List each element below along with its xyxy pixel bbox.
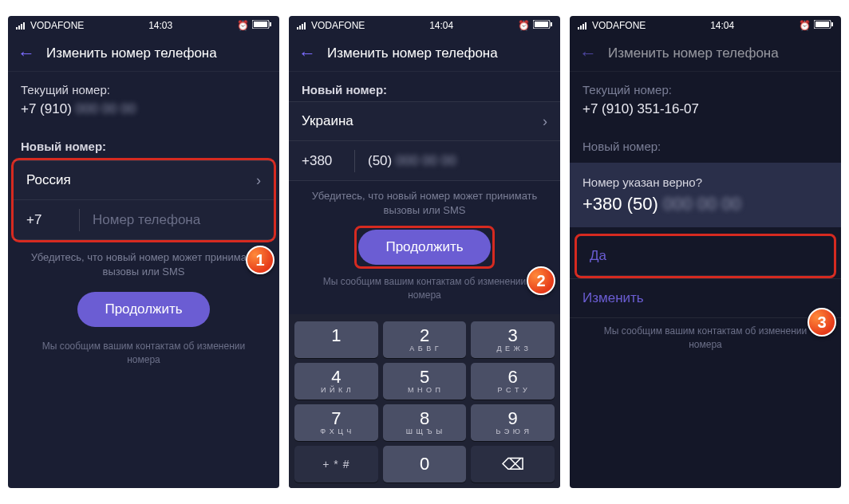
divider	[354, 150, 355, 172]
svg-rect-9	[302, 24, 303, 30]
key-backspace[interactable]: ⌫	[471, 446, 555, 482]
key-9[interactable]: 9Ь Э Ю Я	[471, 404, 555, 441]
svg-rect-2	[21, 24, 22, 30]
back-icon[interactable]: ←	[579, 43, 597, 64]
footer-note: Мы сообщим вашим контактам об изменении …	[289, 269, 560, 309]
battery-icon	[814, 20, 833, 31]
svg-rect-0	[16, 27, 18, 30]
svg-rect-7	[297, 27, 298, 30]
key-0[interactable]: 0	[383, 446, 467, 482]
back-icon[interactable]: ←	[298, 43, 316, 64]
svg-rect-20	[831, 22, 833, 26]
confirm-number: +380 (50) 000 00 00	[582, 194, 828, 215]
svg-rect-13	[551, 22, 552, 26]
svg-rect-3	[23, 22, 25, 30]
svg-rect-14	[578, 27, 579, 30]
key-3[interactable]: 3Д Е Ж З	[471, 321, 555, 358]
signal-icon	[16, 22, 27, 30]
page-title: Изменить номер телефона	[46, 45, 217, 61]
hint-text: Убедитесь, что новый номер может принима…	[289, 181, 560, 226]
hint-text: Убедитесь, что новый номер может принима…	[8, 242, 279, 287]
screen-2: VODAFONE 14:04 ⏰ ← Изменить номер телефо…	[289, 16, 560, 488]
phone-placeholder: Номер телефона	[93, 212, 261, 228]
phone-value: (50) 000 00 00	[368, 153, 456, 169]
battery-icon	[252, 20, 271, 31]
country-selector[interactable]: Украина ›	[289, 101, 560, 141]
page-title: Изменить номер телефона	[608, 45, 779, 61]
yes-button[interactable]: Да	[577, 236, 834, 276]
numeric-keypad: 1 2А Б В Г 3Д Е Ж З 4И Й К Л 5М Н О П 6Р…	[289, 314, 560, 488]
chevron-right-icon: ›	[256, 172, 261, 189]
svg-rect-16	[582, 24, 584, 30]
status-bar: VODAFONE 14:03 ⏰	[8, 16, 279, 35]
step-badge-1: 1	[246, 246, 274, 274]
header: ← Изменить номер телефона	[289, 35, 560, 72]
battery-icon	[533, 20, 552, 31]
confirm-dialog: Номер указан верно? +380 (50) 000 00 00	[570, 163, 841, 227]
page-title: Изменить номер телефона	[327, 45, 498, 61]
svg-rect-8	[299, 26, 301, 30]
status-time: 14:04	[429, 20, 453, 31]
screen-3: VODAFONE 14:04 ⏰ ← Изменить номер телефо…	[570, 16, 841, 488]
edit-button[interactable]: Изменить	[570, 278, 841, 318]
header: ← Изменить номер телефона	[8, 35, 279, 72]
new-number-label: Новый номер:	[570, 128, 841, 158]
chevron-right-icon: ›	[543, 113, 547, 130]
carrier-label: VODAFONE	[311, 20, 365, 31]
footer-note: Мы сообщим вашим контактам об изменении …	[570, 318, 841, 358]
svg-rect-10	[304, 22, 306, 30]
header: ← Изменить номер телефона	[570, 35, 841, 72]
signal-icon	[578, 22, 589, 30]
key-2[interactable]: 2А Б В Г	[383, 321, 467, 358]
key-6[interactable]: 6Р С Т У	[471, 363, 555, 400]
highlight-continue: Продолжить	[354, 226, 494, 269]
highlight-yes: Да	[575, 234, 836, 278]
alarm-icon: ⏰	[799, 20, 811, 31]
current-number-value: +7 (910) 351-16-07	[570, 101, 841, 128]
phone-prefix: +380	[302, 153, 342, 169]
highlight-country-phone: Россия › +7 Номер телефона	[11, 158, 276, 242]
svg-rect-19	[815, 22, 829, 27]
country-name: Россия	[26, 172, 71, 188]
country-selector[interactable]: Россия ›	[14, 160, 274, 200]
status-bar: VODAFONE 14:04 ⏰	[570, 16, 841, 35]
carrier-label: VODAFONE	[30, 20, 84, 31]
signal-icon	[297, 22, 308, 30]
continue-button[interactable]: Продолжить	[77, 292, 209, 327]
key-symbols[interactable]: + * #	[294, 446, 378, 482]
phone-input-row[interactable]: +380 (50) 000 00 00	[289, 141, 560, 181]
step-badge-3: 3	[808, 308, 836, 337]
key-1[interactable]: 1	[294, 321, 378, 358]
current-number-label: Текущий номер:	[570, 72, 841, 101]
status-bar: VODAFONE 14:04 ⏰	[289, 16, 560, 35]
key-4[interactable]: 4И Й К Л	[294, 363, 378, 400]
continue-button[interactable]: Продолжить	[358, 230, 490, 265]
alarm-icon: ⏰	[518, 20, 530, 31]
divider	[79, 209, 80, 231]
footer-note: Мы сообщим вашим контактам об изменении …	[8, 333, 279, 373]
svg-rect-15	[580, 26, 582, 30]
status-time: 14:04	[710, 20, 734, 31]
current-number-value: +7 (910) 000 00 00	[8, 101, 279, 128]
svg-rect-5	[254, 22, 267, 27]
key-5[interactable]: 5М Н О П	[383, 363, 467, 400]
backspace-icon: ⌫	[502, 455, 524, 474]
phone-prefix: +7	[26, 212, 66, 228]
confirm-question: Номер указан верно?	[582, 175, 828, 189]
alarm-icon: ⏰	[237, 20, 249, 31]
screen-1: VODAFONE 14:03 ⏰ ← Изменить номер телефо…	[8, 16, 279, 488]
phone-input-row[interactable]: +7 Номер телефона	[14, 200, 274, 240]
back-icon[interactable]: ←	[18, 43, 35, 64]
key-8[interactable]: 8Ш Щ Ъ Ы	[383, 404, 467, 441]
new-number-label: Новый номер:	[289, 72, 560, 101]
svg-rect-12	[535, 22, 548, 27]
step-badge-2: 2	[527, 266, 555, 295]
svg-rect-1	[18, 26, 20, 30]
current-number-label: Текущий номер:	[8, 72, 279, 101]
status-time: 14:03	[148, 20, 172, 31]
key-7[interactable]: 7Ф Х Ц Ч	[294, 404, 378, 441]
svg-rect-6	[270, 22, 271, 26]
country-name: Украина	[302, 113, 353, 129]
carrier-label: VODAFONE	[592, 20, 646, 31]
new-number-label: Новый номер:	[8, 128, 279, 158]
